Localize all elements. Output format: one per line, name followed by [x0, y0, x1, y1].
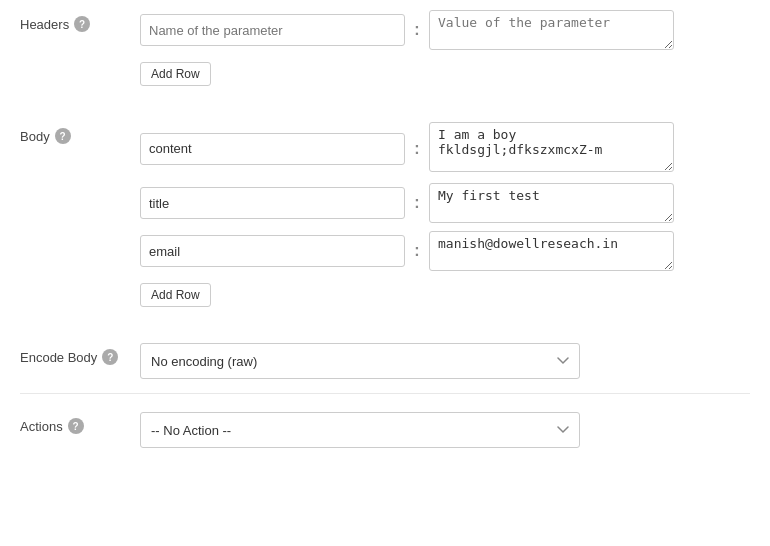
headers-value-input[interactable]: [429, 10, 674, 50]
headers-separator: :: [405, 21, 429, 39]
actions-content: -- No Action -- Save Delete: [140, 412, 750, 448]
body-separator-0: :: [405, 140, 429, 158]
actions-select[interactable]: -- No Action -- Save Delete: [140, 412, 580, 448]
body-value-input-1[interactable]: My first test: [429, 183, 674, 223]
body-name-input-1[interactable]: [140, 187, 405, 219]
encode-body-section: Encode Body ? No encoding (raw) URL Enco…: [20, 343, 750, 393]
headers-add-row-button[interactable]: Add Row: [140, 62, 211, 86]
headers-name-input[interactable]: [140, 14, 405, 46]
actions-label-text: Actions: [20, 419, 63, 434]
body-section: Body ? : I am a boy fkldsgjl;dfkszxmcxZ-…: [20, 122, 750, 325]
encode-body-label-text: Encode Body: [20, 350, 97, 365]
actions-label: Actions ?: [20, 412, 140, 434]
encode-body-content: No encoding (raw) URL Encoded Multipart …: [140, 343, 750, 379]
body-separator-2: :: [405, 242, 429, 260]
body-value-input-2[interactable]: manish@dowellreseach.in: [429, 231, 674, 271]
body-help-icon[interactable]: ?: [55, 128, 71, 144]
body-add-row-button[interactable]: Add Row: [140, 283, 211, 307]
actions-section: Actions ? -- No Action -- Save Delete: [20, 393, 750, 466]
body-row-email: : manish@dowellreseach.in: [140, 231, 750, 271]
headers-label: Headers ?: [20, 10, 140, 32]
headers-row: :: [140, 10, 750, 50]
body-row-content: : I am a boy fkldsgjl;dfkszxmcxZ-m: [140, 122, 750, 175]
body-value-wrap-0: I am a boy fkldsgjl;dfkszxmcxZ-m: [429, 122, 674, 175]
body-row-title: : My first test: [140, 183, 750, 223]
headers-help-icon[interactable]: ?: [74, 16, 90, 32]
headers-content: : Add Row: [140, 10, 750, 86]
actions-help-icon[interactable]: ?: [68, 418, 84, 434]
encode-body-help-icon[interactable]: ?: [102, 349, 118, 365]
encode-body-select[interactable]: No encoding (raw) URL Encoded Multipart …: [140, 343, 580, 379]
body-label-text: Body: [20, 129, 50, 144]
headers-label-text: Headers: [20, 17, 69, 32]
body-content: : I am a boy fkldsgjl;dfkszxmcxZ-m : My …: [140, 122, 750, 307]
body-value-input-0[interactable]: I am a boy fkldsgjl;dfkszxmcxZ-m: [429, 122, 674, 172]
body-separator-1: :: [405, 194, 429, 212]
body-label: Body ?: [20, 122, 140, 144]
encode-body-label: Encode Body ?: [20, 343, 140, 365]
body-name-input-2[interactable]: [140, 235, 405, 267]
headers-section: Headers ? : Add Row: [20, 10, 750, 104]
body-name-input-0[interactable]: [140, 133, 405, 165]
